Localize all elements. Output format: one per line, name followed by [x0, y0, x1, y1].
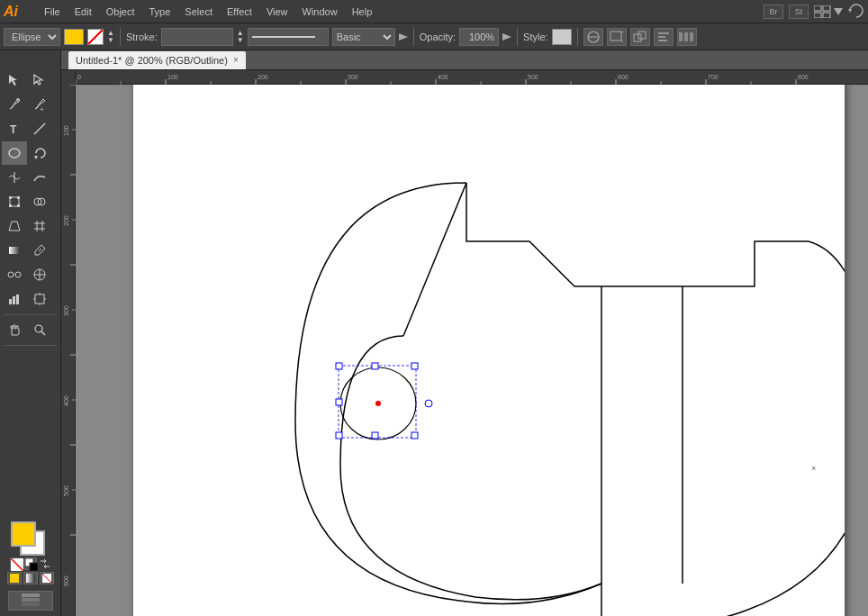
svg-text:600: 600	[618, 74, 628, 80]
artwork-svg: ×	[133, 79, 845, 616]
canvas-tab-close[interactable]: ×	[233, 55, 239, 65]
mesh-tool[interactable]	[27, 214, 52, 238]
menu-select[interactable]: Select	[178, 5, 219, 19]
svg-text:200: 200	[258, 74, 268, 80]
line-style-select[interactable]: Basic	[332, 28, 395, 46]
width-tool[interactable]	[2, 166, 27, 189]
canvas-area: Untitled-1* @ 200% (RGB/Outline) × 0 100	[61, 50, 868, 616]
opacity-arrow-icon	[502, 33, 511, 41]
svg-rect-20	[690, 32, 693, 41]
bridge-icon[interactable]: Br	[764, 5, 783, 19]
symbol-tool[interactable]	[27, 263, 52, 286]
ellipse-tool[interactable]	[2, 141, 27, 165]
add-anchor-tool[interactable]: +	[27, 93, 52, 116]
zoom-tool[interactable]	[27, 318, 52, 341]
free-transform-tool[interactable]	[2, 190, 27, 213]
rotate-tool[interactable]	[27, 141, 52, 165]
stroke-value-arrows[interactable]: ▲ ▼	[237, 30, 244, 44]
sync-icon[interactable]	[848, 4, 864, 20]
swap-colors-btn[interactable]	[39, 557, 51, 570]
svg-text:600: 600	[63, 575, 69, 586]
tools-row-1	[2, 68, 59, 92]
gradient-tool[interactable]	[2, 239, 27, 262]
direct-select-tool[interactable]	[27, 68, 52, 92]
distribute-icon[interactable]	[677, 28, 697, 46]
menu-help[interactable]: Help	[346, 5, 379, 19]
none-fill-btn[interactable]	[40, 572, 54, 584]
foreground-color-box[interactable]	[11, 521, 36, 547]
warp-tool[interactable]	[27, 166, 52, 189]
hand-tool[interactable]	[2, 318, 27, 341]
stroke-input[interactable]	[161, 28, 233, 46]
svg-point-41	[8, 272, 14, 277]
graph-tool[interactable]	[2, 287, 27, 311]
shape-dropdown[interactable]: Ellipse	[4, 28, 60, 46]
fill-mode-row	[6, 572, 54, 584]
svg-rect-60	[30, 563, 38, 571]
sep1	[120, 28, 121, 46]
solid-fill-btn[interactable]	[7, 572, 22, 584]
svg-text:T: T	[10, 123, 17, 136]
menu-view[interactable]: View	[260, 5, 294, 19]
menu-file[interactable]: File	[38, 5, 67, 19]
line-style-box[interactable]	[248, 28, 329, 46]
stock-icon[interactable]: St	[789, 5, 809, 19]
menu-window[interactable]: Window	[296, 5, 344, 19]
svg-rect-14	[638, 32, 646, 39]
svg-rect-18	[679, 32, 683, 41]
svg-text:300: 300	[63, 305, 69, 316]
svg-rect-50	[35, 294, 44, 303]
artboard-tool[interactable]	[27, 287, 52, 311]
white-canvas[interactable]: ×	[133, 79, 845, 616]
main-area: + T	[0, 50, 868, 616]
menu-object[interactable]: Object	[100, 5, 141, 19]
menu-effect[interactable]: Effect	[221, 5, 258, 19]
canvas-workspace[interactable]: 0 100 200 300 400 500	[61, 70, 868, 616]
svg-marker-5	[848, 9, 852, 13]
svg-text:100: 100	[167, 74, 178, 80]
svg-text:300: 300	[348, 74, 358, 80]
menu-bar: Ai File Edit Object Type Select Effect V…	[0, 0, 868, 23]
shape-builder-tool[interactable]	[27, 190, 52, 213]
svg-line-40	[39, 249, 41, 251]
svg-point-25	[9, 149, 20, 158]
stroke-color[interactable]	[87, 29, 104, 45]
type-tool[interactable]: T	[2, 117, 27, 140]
tools-row-2: +	[2, 93, 59, 116]
ruler-left: 100 200 300 400 500 600	[61, 70, 76, 616]
pen-tool[interactable]	[2, 93, 27, 116]
ruler-top: 0 100 200 300 400 500	[61, 70, 868, 85]
stroke-arrows[interactable]: ▲ ▼	[107, 30, 114, 44]
style-box[interactable]	[552, 29, 572, 45]
fill-color[interactable]	[64, 29, 84, 45]
perspective-tool[interactable]	[2, 214, 27, 238]
layers-button[interactable]	[8, 591, 53, 611]
select-tool[interactable]	[2, 68, 27, 92]
svg-point-115	[375, 401, 381, 406]
gradient-fill-btn[interactable]	[23, 572, 38, 584]
workspace-switcher[interactable]	[814, 5, 843, 18]
menu-type[interactable]: Type	[143, 5, 177, 19]
arrange-icon[interactable]	[630, 28, 650, 46]
line-tool[interactable]	[27, 117, 52, 140]
transform-icon[interactable]	[607, 28, 627, 46]
line-style-line	[252, 36, 315, 38]
opacity-label: Opacity:	[420, 32, 456, 42]
svg-rect-122	[372, 432, 378, 439]
grid-icon	[814, 5, 832, 18]
menu-edit[interactable]: Edit	[68, 5, 98, 19]
svg-marker-6	[399, 33, 408, 41]
default-colors-btn[interactable]	[24, 557, 37, 570]
svg-rect-0	[814, 5, 821, 11]
none-color-btn[interactable]	[10, 557, 23, 570]
opacity-input[interactable]	[459, 28, 499, 46]
svg-rect-13	[634, 34, 641, 41]
align-icon[interactable]	[583, 28, 603, 46]
blend-tool[interactable]	[2, 263, 27, 286]
canvas-tab-item[interactable]: Untitled-1* @ 200% (RGB/Outline) ×	[68, 51, 246, 69]
tools-row-6	[2, 190, 59, 213]
align-panel-icon[interactable]	[654, 28, 674, 46]
eyedropper-tool[interactable]	[27, 239, 52, 262]
svg-text:500: 500	[528, 74, 538, 80]
svg-line-24	[34, 123, 45, 134]
